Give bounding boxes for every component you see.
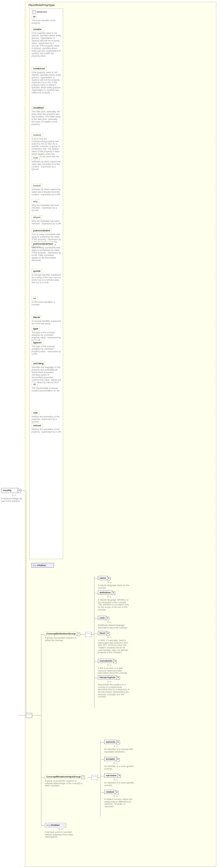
elem-range: 0..∞ (107, 595, 111, 598)
elem-range: 0..∞ (107, 636, 111, 639)
connector (94, 678, 98, 678)
attr-role: role Refines the semantics of the proper… (32, 411, 61, 423)
locality-label: locality (3, 489, 12, 492)
attr-creatoruri: creatoruri If the property value is not … (32, 66, 61, 94)
connector (94, 633, 98, 634)
attr-desc: The local identifier of the property. (32, 19, 61, 24)
attr-why: why Why the metadata has been included -… (32, 199, 61, 212)
connector (18, 491, 25, 491)
elem-related[interactable]: related+ (104, 790, 116, 794)
attr-name: qcode (32, 269, 42, 273)
connector (80, 634, 85, 634)
elem-hierarchyInfo[interactable]: hierarchyInfo+ (98, 675, 117, 679)
attributes-label: attributes (37, 10, 47, 13)
attr-desc: Why the metadata has been included - exp… (32, 220, 61, 225)
attr-desc: The type of the concept assigned as cont… (32, 331, 61, 341)
attr-desc: Refines the semantics of the property - … (32, 415, 61, 423)
connector (101, 760, 104, 760)
connector (101, 776, 104, 776)
attr-name: literal (32, 315, 41, 319)
elem-range: 0..∞ (114, 745, 118, 747)
expand-icon[interactable]: + (116, 676, 120, 680)
attr-dir: dir The directionality of textual conten… (32, 382, 61, 392)
attr-typeuri: typeuri The type of the concept assigned… (32, 340, 61, 355)
collapse-icon[interactable]: − (32, 10, 36, 13)
attr-pubconstrainturi: pubconstrainturi One or many constraints… (32, 242, 61, 262)
attr-desc: One or many constraints that apply to pu… (32, 247, 61, 262)
elem-range: 0..∞ (107, 581, 111, 584)
elem-range: 0..∞ (107, 621, 111, 623)
attr-name: roleuri (32, 424, 43, 428)
attr-id: id The local identifier of the property. (32, 14, 61, 24)
attr-name: xml:lang (32, 361, 45, 366)
expand-icon[interactable]: + (113, 660, 117, 663)
elem-desc: In NAR 1.8 and later, facet is deprecate… (98, 639, 130, 654)
attr-name: why (32, 199, 39, 204)
attr-name: pubconstrainturi (32, 242, 55, 246)
connector (41, 825, 45, 826)
elem-desc: A natural language definition of the sem… (98, 599, 130, 611)
expand-icon[interactable]: + (116, 758, 120, 762)
attr-name: id (32, 14, 37, 19)
elem-broader[interactable]: broader+ (104, 757, 117, 761)
expand-icon[interactable]: + (107, 577, 111, 580)
elem-facet[interactable]: facet+ (98, 631, 107, 635)
connector (41, 777, 45, 777)
any-other-bottom: any ##other (45, 823, 66, 828)
elem-desc: A natural language name for the concept. (98, 584, 130, 589)
attr-desc: Indicates by which means the value was e… (32, 160, 61, 170)
elem-range: 0..∞ (114, 795, 118, 798)
expand-icon[interactable]: − (81, 776, 85, 779)
connector (94, 576, 95, 709)
connector (87, 777, 91, 777)
concept-relationships-group[interactable]: ConceptRelationshipsGroup− (45, 775, 82, 779)
attr-desc: A URI which identifies a concept. (32, 301, 61, 306)
expand-icon[interactable]: + (106, 632, 110, 636)
attr-name: custom (32, 133, 43, 137)
expand-icon[interactable]: + (116, 741, 120, 744)
attr-name: howuri (32, 184, 42, 188)
connector (94, 579, 98, 579)
attr-desc: A concept identifier expressed as a stri… (32, 274, 61, 284)
attr-desc: The date (and, optionally, the time) whe… (32, 111, 61, 126)
concept-definition-group[interactable]: ConceptDefinitionGroup− (45, 631, 77, 636)
any-other-range: 0..∞ (59, 828, 63, 830)
attr-uri: uri A URI which identifies a concept. (32, 296, 61, 306)
elem-narrower[interactable]: narrower+ (104, 773, 118, 777)
locality-desc: A city/town/village etc. part of the add… (1, 497, 24, 502)
elem-definition[interactable]: definition+ (98, 590, 112, 595)
attr-desc: Why the metadata has been included - exp… (32, 204, 61, 212)
attr-desc: If the property value is not defined, sp… (32, 32, 61, 57)
elem-name[interactable]: name+ (98, 576, 108, 580)
elem-remoteInfo[interactable]: remoteInfo+ (98, 659, 114, 663)
elem-note[interactable]: note+ (98, 616, 106, 620)
connector (19, 715, 26, 715)
expand-icon[interactable]: + (106, 617, 109, 620)
connector (32, 715, 41, 715)
elem-range: 0..∞ (107, 680, 111, 683)
elem-desc: An identifier of a more generic concept. (104, 765, 136, 770)
attr-how: how Indicates by which means the value w… (32, 156, 61, 170)
expand-icon[interactable]: + (117, 774, 121, 778)
attr-qcode: qcode A concept identifier expressed as … (32, 269, 61, 284)
elem-sameAs[interactable]: sameAs+ (104, 740, 117, 744)
attributes-header: −attributes (32, 10, 62, 13)
elem-desc: A related concept, where the relationshi… (104, 798, 136, 808)
connector (41, 634, 45, 634)
elem-desc: Additional natural language information … (98, 624, 130, 629)
attr-name: role (32, 411, 39, 415)
locality-element[interactable]: locality − (1, 488, 18, 493)
connector (41, 634, 41, 825)
any-other-top: any any ##other##other (31, 563, 54, 568)
elem-range: 0..∞ (114, 778, 118, 781)
sequence-indicator (91, 775, 98, 780)
connector (97, 777, 101, 777)
locality-range: 0..∞ (12, 494, 16, 496)
attr-name: creatoruri (32, 66, 46, 70)
attr-name: uri (32, 296, 38, 300)
expand-icon[interactable]: + (115, 791, 118, 794)
expand-icon[interactable]: + (112, 591, 115, 595)
attr-name: type (32, 327, 40, 331)
attr-desc: A concept identifier expressed as a free… (32, 320, 61, 325)
attr-name: creator (32, 27, 43, 31)
